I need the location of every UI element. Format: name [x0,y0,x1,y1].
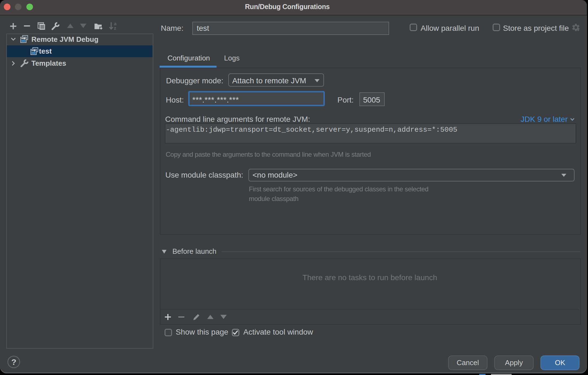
svg-text:z: z [114,26,116,31]
